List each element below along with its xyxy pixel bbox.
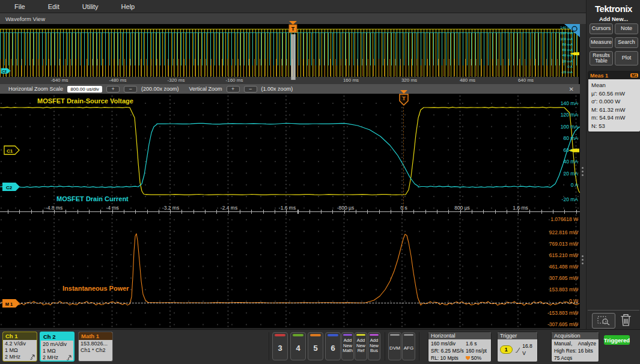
tektronix-logo: Tektronix xyxy=(587,4,640,14)
ch1-trace-label: MOSFET Drain-Source Voltage xyxy=(37,97,133,105)
add-measure-button[interactable]: Measure xyxy=(590,37,613,48)
triggered-status-badge: Triggered xyxy=(604,335,630,345)
menu-file[interactable]: File xyxy=(14,3,25,10)
add-note-button[interactable]: Note xyxy=(615,23,638,34)
math-position-marker[interactable]: M 1 xyxy=(2,299,20,309)
trash-icon xyxy=(620,314,632,326)
overview-tick: -480 ms xyxy=(109,77,127,83)
h-zoom-decrease-button[interactable]: − xyxy=(124,86,137,93)
overview-zoom-window-handle[interactable] xyxy=(291,34,296,80)
menu-bar: File Edit Utility Help xyxy=(0,0,586,13)
v-zoom-increase-button[interactable]: + xyxy=(227,86,240,93)
ch5-color-strip xyxy=(310,334,321,336)
ch6-button[interactable]: 6 xyxy=(325,332,341,360)
ch4-color-strip xyxy=(293,334,303,336)
menu-edit[interactable]: Edit xyxy=(48,3,59,10)
svg-text:C2: C2 xyxy=(6,185,13,190)
ch2-trace-label: MOSFET Drain Current xyxy=(56,195,129,202)
math-color-strip xyxy=(343,334,352,336)
divider xyxy=(419,332,419,360)
probe-icon xyxy=(29,354,35,360)
v-zoom-decrease-button[interactable]: − xyxy=(244,86,257,93)
overview-tick: 320 ms xyxy=(401,77,417,83)
trigger-level-value: 16.8 V xyxy=(522,342,535,357)
math-trace-label: Instantaneous Power xyxy=(62,285,129,292)
menu-utility[interactable]: Utility xyxy=(82,3,99,10)
acquisition-panel-header: Acquisition xyxy=(552,332,599,339)
oscilloscope-app: File Edit Utility Help Waveform View -64… xyxy=(0,0,640,364)
overview-tick: 160 ms xyxy=(343,77,359,83)
ch2-badge-header: Ch 2 xyxy=(41,333,73,341)
waveform-overview[interactable]: -640 ms -480 ms -320 ms -160 ms 160 ms 3… xyxy=(0,24,580,84)
trash-button[interactable] xyxy=(620,314,632,329)
trigger-position-line xyxy=(403,107,404,210)
trigger-source-badge: 1 xyxy=(500,345,513,354)
splitter-handle-icon[interactable] xyxy=(582,255,584,264)
svg-text:T: T xyxy=(291,26,295,32)
ch6-color-strip xyxy=(328,334,338,336)
add-search-button[interactable]: Search xyxy=(615,37,638,48)
horizontal-panel-header: Horizontal xyxy=(428,332,491,339)
zoom-select-button[interactable] xyxy=(592,313,615,329)
horizontal-panel[interactable]: Horizontal 160 ms/div1.6 s SR: 6.25 MS/s… xyxy=(428,332,492,362)
add-plot-button[interactable]: Plot xyxy=(615,51,638,65)
tab-waveform-view[interactable]: Waveform View xyxy=(5,16,45,22)
divider xyxy=(269,332,269,360)
main-waveform-view[interactable]: MOSFET Drain-Source Voltage MOSFET Drain… xyxy=(0,94,580,328)
horizontal-zoom-scale-input[interactable] xyxy=(67,86,102,93)
dvm-button[interactable]: DVM xyxy=(388,332,401,360)
zoom-box-icon xyxy=(597,316,611,326)
add-cursors-button[interactable]: Cursors xyxy=(590,23,613,34)
overview-tick: -640 ms xyxy=(51,77,69,83)
trigger-panel-header: Trigger xyxy=(498,332,537,339)
measurement-badge-meas1[interactable]: Meas 1 M1 Mean µ': 60.56 mW σ': 0.000 W … xyxy=(588,71,640,132)
trigger-arrow-icon xyxy=(289,21,297,25)
horizontal-zoom-scale-label: Horizontal Zoom Scale xyxy=(8,86,63,92)
rising-edge-icon xyxy=(515,347,520,353)
probe-icon xyxy=(66,355,72,360)
svg-text:T: T xyxy=(402,96,406,102)
ch4-button[interactable]: 4 xyxy=(290,332,306,360)
overview-tick: -160 ms xyxy=(226,77,243,83)
ch1-position-marker[interactable]: C1 xyxy=(4,145,20,156)
overview-ch2-marker[interactable]: C2 xyxy=(1,68,11,74)
menu-help[interactable]: Help xyxy=(121,3,135,10)
zoom-close-icon[interactable]: ✕ xyxy=(569,86,574,93)
ch3-button[interactable]: 3 xyxy=(272,332,288,360)
h-zoom-factor-label: (200.00x zoom) xyxy=(141,86,179,92)
meas1-header[interactable]: Meas 1 M1 xyxy=(588,71,640,79)
bus-color-strip xyxy=(370,334,379,336)
add-new-math-button[interactable]: Add New Math xyxy=(341,332,354,360)
right-sidebar: Tektronix Add New... Cursors Note Measur… xyxy=(586,0,640,329)
ch2-trace xyxy=(0,123,580,187)
meas1-source-badge: M1 xyxy=(630,73,638,77)
ch5-button[interactable]: 5 xyxy=(308,332,323,360)
add-new-ref-button[interactable]: Add New Ref xyxy=(355,332,367,360)
v-zoom-factor-label: (1.00x zoom) xyxy=(261,86,293,92)
ch1-badge-header: Ch 1 xyxy=(3,332,37,340)
ch2-badge[interactable]: Ch 2 20 mA/div 1 MΩ 2 MHz xyxy=(40,332,75,362)
ch1-trace xyxy=(0,107,580,195)
add-new-label: Add New... xyxy=(587,16,640,22)
divider xyxy=(385,332,385,360)
afg-button[interactable]: AFG xyxy=(402,332,415,360)
graph-separator-line xyxy=(0,211,580,212)
trigger-level-arrow[interactable] xyxy=(568,147,579,154)
bottom-settings-bar: Ch 1 4.2 V/div 1 MΩ 2 MHz Ch 2 20 mA/div… xyxy=(0,329,640,364)
overview-trigger-level-arrow[interactable] xyxy=(570,50,579,57)
add-results-table-button[interactable]: Results Table xyxy=(590,51,613,65)
splitter-handle-icon[interactable] xyxy=(582,167,584,176)
math1-badge[interactable]: Math 1 153.8026... Ch1 * Ch2 xyxy=(78,332,113,362)
overview-tick: 640 ms xyxy=(518,77,534,83)
trigger-panel[interactable]: Trigger 1 16.8 V xyxy=(497,332,538,362)
acquisition-panel[interactable]: Acquisition Manual, Analyze High Res: 16… xyxy=(551,332,599,362)
overview-time-axis: -640 ms -480 ms -320 ms -160 ms 160 ms 3… xyxy=(0,77,579,84)
overview-trigger-marker[interactable]: T xyxy=(288,21,298,34)
ch1-badge[interactable]: Ch 1 4.2 V/div 1 MΩ 2 MHz xyxy=(2,332,37,362)
main-trigger-marker[interactable]: T xyxy=(397,90,410,107)
add-new-bus-button[interactable]: Add New Bus xyxy=(368,332,380,360)
ch2-position-marker[interactable]: C2 xyxy=(2,182,20,192)
zoom-scale-bar: Horizontal Zoom Scale + − (200.00x zoom)… xyxy=(0,84,580,94)
meas1-values: Mean µ': 60.56 mW σ': 0.000 W M: 61.32 m… xyxy=(588,79,640,132)
h-zoom-increase-button[interactable]: + xyxy=(106,86,120,93)
